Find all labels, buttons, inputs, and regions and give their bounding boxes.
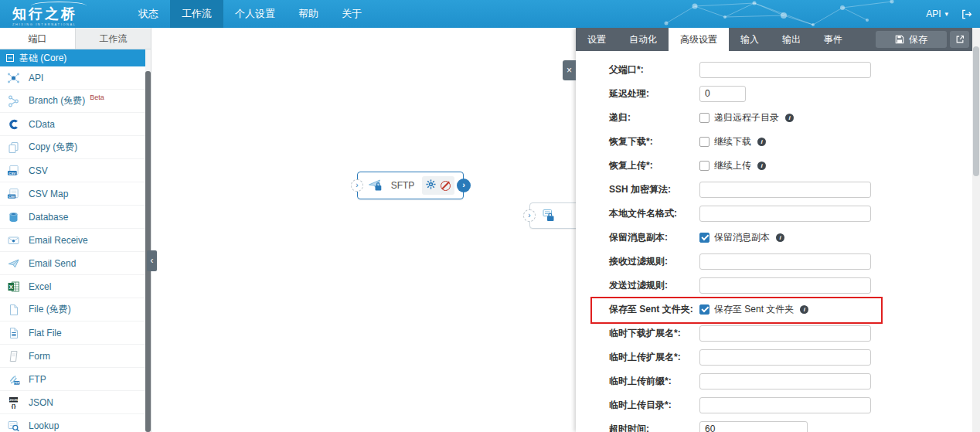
nav-item-workflow[interactable]: 工作流 (170, 0, 223, 28)
sidebar-item-api[interactable]: API (0, 66, 151, 90)
field-input-temp-download-ext[interactable] (699, 325, 871, 342)
sidebar-item-label: Excel (29, 281, 51, 292)
checkbox-resume-download[interactable] (699, 137, 709, 147)
nav-item-status[interactable]: 状态 (127, 0, 170, 28)
checkbox-label-resume-download: 继续下载 (714, 135, 751, 148)
sidebar-item-file[interactable]: File (免费) (0, 298, 151, 321)
svg-text:JSON: JSON (9, 398, 18, 402)
sidebar-item-csv[interactable]: CSVCSV (0, 159, 151, 182)
sidebar-item-csv-map[interactable]: CSVCSV Map (0, 182, 151, 206)
sidebar-item-email-receive[interactable]: Email Receive (0, 229, 151, 252)
svg-text:CSV: CSV (9, 194, 15, 198)
info-icon[interactable]: i (757, 138, 766, 146)
field-input-receive-filter[interactable] (699, 253, 871, 270)
sidebar-item-lookup[interactable]: Lookup (0, 414, 151, 432)
field-input-temp-upload-prefix[interactable] (699, 373, 871, 389)
panel-tab-settings[interactable]: 设置 (576, 28, 618, 51)
form-row-ssh-cipher: SSH 加密算法: (609, 181, 972, 198)
node-disable-icon[interactable] (441, 181, 451, 191)
form-row-resume-download: 恢复下载*:继续下载i (609, 133, 972, 150)
output-connector-icon[interactable]: › (457, 179, 471, 192)
field-control-ssh-cipher (699, 182, 871, 198)
input-connector-icon[interactable]: › (351, 179, 363, 192)
input-connector-icon[interactable]: › (523, 209, 536, 222)
nav-item-profile-settings[interactable]: 个人设置 (223, 0, 287, 28)
sidebar-item-copy[interactable]: Copy (免费) (0, 136, 151, 159)
workflow-node-sftp[interactable]: › SFTP › (357, 172, 464, 199)
api-icon (6, 71, 21, 84)
field-input-timeout[interactable] (699, 421, 808, 432)
field-control-timeout (699, 421, 808, 432)
form-row-resume-upload: 恢复上传*:继续上传i (609, 157, 972, 174)
form-row-send-filter: 发送过滤规则: (609, 277, 972, 294)
sidebar-tabs: 端口工作流 (0, 28, 151, 49)
sidebar-item-branch[interactable]: Branch (免费)Beta (0, 90, 151, 113)
logo-subtitle: ZHIXING INTERNATIONAL (12, 22, 122, 26)
logout-icon[interactable] (961, 9, 972, 20)
sidebar-item-json[interactable]: JSON{}JSON (0, 391, 151, 414)
field-input-local-filename-format[interactable] (699, 206, 871, 222)
panel-scrollbar-thumb[interactable] (973, 46, 979, 176)
checkbox-resume-upload[interactable] (699, 161, 709, 171)
ftp-icon: FTP (6, 372, 21, 386)
sidebar-item-email-send[interactable]: Email Send (0, 252, 151, 275)
nav-item-about[interactable]: 关于 (330, 0, 373, 28)
field-input-ssh-cipher[interactable] (699, 182, 871, 198)
field-input-parent-port[interactable] (699, 62, 871, 78)
sidebar-item-database[interactable]: Database (0, 206, 151, 229)
node-settings-gear-icon[interactable] (426, 179, 436, 192)
sidebar-scrollbar[interactable] (145, 49, 151, 432)
save-icon (895, 35, 904, 44)
field-label-parent-port: 父端口*: (609, 63, 699, 77)
save-button[interactable]: 保存 (876, 31, 947, 48)
info-icon[interactable]: i (757, 162, 766, 170)
field-input-delay-processing[interactable] (699, 86, 746, 102)
sidebar-section-core[interactable]: 基础 (Core) (0, 49, 151, 66)
sidebar-item-ftp[interactable]: FTPFTP (0, 368, 151, 391)
header-actions: API ▾ (926, 0, 972, 28)
panel-tab-output[interactable]: 输出 (771, 28, 812, 51)
panel-header: 设置自动化高级设置输入输出事件 保存 (576, 28, 972, 51)
form-row-delay-processing: 延迟处理: (609, 85, 972, 102)
cdata-icon (6, 117, 21, 131)
info-icon[interactable]: i (785, 114, 794, 122)
api-dropdown[interactable]: API ▾ (926, 9, 948, 19)
info-icon[interactable]: i (776, 233, 784, 242)
panel-tab-automation[interactable]: 自动化 (618, 28, 669, 51)
form-row-temp-upload-prefix: 临时上传前缀*: (609, 372, 972, 389)
beta-badge: Beta (90, 94, 104, 101)
sidebar-tab-ports[interactable]: 端口 (0, 28, 76, 49)
panel-close-button[interactable]: × (563, 60, 576, 80)
sidebar-tab-workflows[interactable]: 工作流 (76, 28, 151, 49)
field-input-send-filter[interactable] (699, 277, 871, 294)
open-in-new-window-button[interactable] (950, 31, 969, 48)
sidebar-item-flat-file[interactable]: Flat File (0, 321, 151, 345)
panel-scrollbar[interactable] (972, 28, 980, 432)
field-control-send-filter (699, 277, 871, 294)
info-icon[interactable]: i (800, 305, 808, 314)
sidebar-item-label: FTP (29, 374, 46, 385)
panel-tab-input[interactable]: 输入 (729, 28, 771, 51)
sidebar-item-excel[interactable]: XExcel (0, 275, 151, 298)
checkbox-keep-message-copy[interactable] (699, 233, 709, 243)
csv-map-icon: CSV (6, 187, 21, 200)
checkbox-recursive[interactable] (699, 113, 709, 123)
sidebar-item-form[interactable]: Form (0, 345, 151, 368)
field-label-temp-download-ext: 临时下载扩展名*: (609, 327, 699, 340)
field-control-keep-message-copy: 保留消息副本i (699, 231, 784, 244)
csv-icon: CSV (6, 164, 21, 177)
panel-tab-advanced-settings[interactable]: 高级设置 (669, 28, 729, 51)
sidebar-item-cdata[interactable]: CData (0, 113, 151, 136)
excel-icon: X (6, 280, 21, 293)
sftp-icon (368, 179, 383, 192)
sidebar-item-label: Email Send (29, 258, 76, 269)
panel-tab-events[interactable]: 事件 (812, 28, 854, 51)
node-action-bar (422, 176, 454, 195)
sidebar-collapse-handle[interactable]: ‹ (147, 250, 157, 271)
nav-item-help[interactable]: 帮助 (287, 0, 330, 28)
field-input-temp-upload-dir[interactable] (699, 397, 871, 413)
app-logo[interactable]: 知行之桥 ZHIXING INTERNATIONAL (0, 0, 122, 28)
sidebar-item-label: CData (29, 119, 55, 130)
field-input-temp-upload-ext[interactable] (699, 349, 871, 366)
checkbox-save-to-sent-folder[interactable] (699, 304, 709, 315)
